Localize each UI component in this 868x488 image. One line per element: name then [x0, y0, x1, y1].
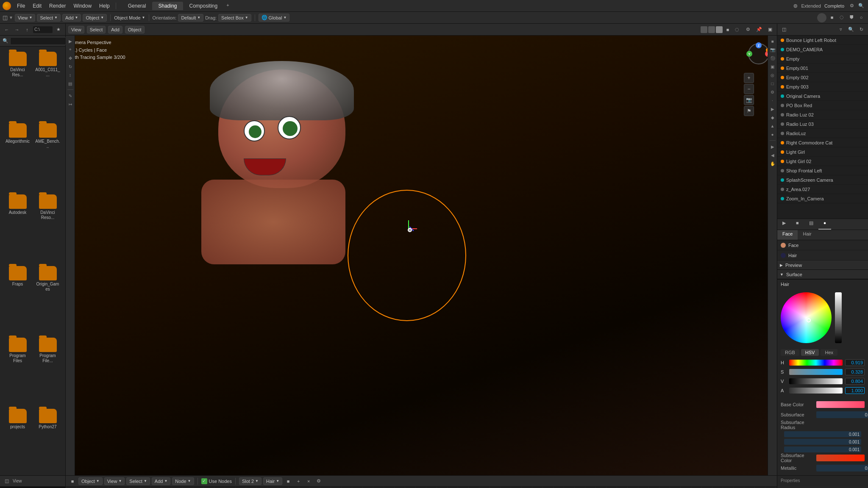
tab-compositing[interactable]: Compositing [184, 2, 224, 10]
camera-btn[interactable]: 📷 [744, 95, 754, 105]
viewport-maximize-btn[interactable]: ▣ [766, 25, 774, 34]
list-item[interactable]: Autodesk [3, 193, 32, 263]
scene-item[interactable]: Empty [777, 54, 868, 64]
proportional-btn[interactable]: ○ [857, 13, 865, 22]
node-editor-type[interactable]: ■ [68, 477, 77, 485]
scene-item[interactable]: Empty 002 [777, 73, 868, 82]
preview-section-header[interactable]: ▶ Preview [777, 261, 868, 270]
s-input[interactable] [845, 369, 865, 375]
add-workspace-button[interactable]: + [224, 2, 231, 10]
list-item[interactable]: Fraps [3, 264, 32, 334]
hsv-tab[interactable]: HSV [801, 349, 819, 356]
radius-r-bar[interactable]: 0.001 [784, 431, 861, 437]
3d-viewport[interactable]: Camera Perspective (31) Cycles | Face Pa… [66, 36, 777, 475]
list-item[interactable]: Program File... [33, 336, 62, 406]
bookmark-btn[interactable]: ★ [54, 25, 63, 34]
add-dropdown[interactable]: Add▼ [62, 14, 81, 22]
list-item[interactable]: Allegorithmic [3, 122, 32, 191]
menu-help[interactable]: Help [96, 2, 113, 10]
a-input[interactable] [845, 387, 865, 394]
scene-item[interactable]: DEMO_CAMERA [777, 45, 868, 54]
playback-icon[interactable]: ◀ [769, 151, 776, 159]
menu-edit[interactable]: Edit [29, 2, 45, 10]
viewport-overlay-btn[interactable]: ■ [828, 13, 836, 22]
back-btn[interactable]: ← [3, 25, 11, 34]
drag-dropdown[interactable]: Select Box▼ [218, 14, 251, 22]
node-add-dropdown[interactable]: Add▼ [152, 477, 171, 485]
search-icon[interactable]: 🔍 [857, 2, 865, 10]
editor-type-selector[interactable]: ◫ ▼ [3, 14, 13, 21]
solid-shading-btn[interactable] [701, 26, 707, 33]
scene-item[interactable]: Radio Luz 03 [777, 119, 868, 129]
metallic-value[interactable] [816, 465, 868, 471]
list-item[interactable]: AME_Bench... [33, 122, 62, 191]
physics-icon[interactable]: ▶ [769, 105, 776, 113]
outliner-editor-type[interactable]: ◫ [780, 25, 788, 34]
annotate-icon[interactable]: ✎ [67, 92, 74, 100]
node-select-dropdown[interactable]: Select▼ [126, 477, 150, 485]
search-scene-btn[interactable]: 🔍 [847, 25, 855, 34]
settings-icon[interactable]: ⚙ [848, 2, 856, 10]
forward-btn[interactable]: → [13, 25, 21, 34]
up-btn[interactable]: ↑ [23, 25, 31, 34]
rotate-icon[interactable]: ↻ [67, 63, 74, 70]
material-props-tab[interactable]: ● [818, 219, 832, 230]
output-props-tab[interactable]: ■ [791, 219, 804, 230]
orientation-dropdown[interactable]: Default▼ [178, 14, 203, 22]
object-menu[interactable]: Object [125, 26, 145, 33]
list-item[interactable]: DaVinci Res... [3, 50, 32, 120]
scene-item[interactable]: Empty.001 [777, 64, 868, 73]
menu-window[interactable]: Window [70, 2, 95, 10]
tab-shading[interactable]: Shading [152, 2, 183, 10]
list-item[interactable]: projects [3, 407, 32, 472]
scene-item[interactable]: Shop Frontal Left [777, 166, 868, 175]
filter-scene-btn[interactable]: ▿ [837, 25, 845, 34]
pan-btn[interactable]: ⚑ [744, 106, 754, 116]
scene-item[interactable]: Light Girl [777, 147, 868, 157]
data-icon[interactable]: ▲ [769, 122, 776, 130]
select-menu[interactable]: Select [87, 26, 106, 33]
menu-render[interactable]: Render [46, 2, 69, 10]
a-slider[interactable] [789, 388, 843, 394]
face-material-tab[interactable]: Face [777, 230, 798, 240]
scene-item[interactable]: Original Camera [777, 92, 868, 101]
modifier-icon[interactable]: ⚙ [769, 88, 776, 96]
slot-dropdown[interactable]: Slot 2▼ [239, 477, 262, 485]
hair-material-tab[interactable]: Hair [798, 230, 816, 240]
xray-toggle-btn[interactable]: ◌ [733, 25, 741, 34]
base-color-swatch[interactable] [816, 401, 865, 408]
scene-item[interactable]: Empty 003 [777, 82, 868, 92]
subsurface-value[interactable] [816, 411, 868, 418]
node-settings-btn[interactable]: ⚙ [314, 477, 323, 485]
global-dropdown[interactable]: 🌐 Global▼ [259, 14, 290, 22]
sync-scene-btn[interactable]: ↻ [857, 25, 865, 34]
subsurface-color-swatch[interactable] [816, 455, 865, 461]
menu-file[interactable]: File [14, 2, 28, 10]
color-wheel[interactable] [781, 292, 832, 343]
zoom-out-btn[interactable]: − [744, 84, 754, 94]
camera-view-icon[interactable]: 📷 [769, 46, 776, 53]
v-input[interactable] [845, 378, 865, 385]
view-menu[interactable]: View [68, 26, 84, 33]
list-item[interactable]: Python27 [33, 407, 62, 472]
material-dropdown[interactable]: Hair▼ [263, 477, 282, 485]
scene-item[interactable]: RadioLuz [777, 129, 868, 138]
constraints-icon[interactable]: ◆ [769, 114, 776, 121]
hex-tab[interactable]: Hex [821, 349, 837, 356]
select-dropdown[interactable]: Select▼ [37, 14, 61, 22]
move-icon[interactable]: ✥ [67, 54, 74, 62]
scale-icon[interactable]: ↕ [67, 71, 74, 79]
node-view-dropdown[interactable]: View▼ [104, 477, 125, 485]
rgb-tab[interactable]: RGB [781, 349, 799, 356]
render-props-tab[interactable]: ▶ [777, 219, 791, 230]
mode-selector[interactable]: Object Mode ▼ [114, 15, 145, 20]
list-item[interactable]: Program Files [3, 336, 32, 406]
s-slider[interactable] [789, 369, 843, 375]
new-material-btn[interactable]: + [294, 477, 303, 485]
object-props-icon[interactable]: □ [769, 80, 776, 87]
use-nodes-checkbox[interactable]: ✓ [201, 478, 207, 484]
viewport-shading-btn[interactable] [817, 13, 826, 22]
list-item[interactable]: DaVinci Reso... [33, 193, 62, 263]
node-material-icon[interactable]: ■ [284, 477, 292, 485]
node-object-dropdown[interactable]: Object▼ [78, 477, 103, 485]
